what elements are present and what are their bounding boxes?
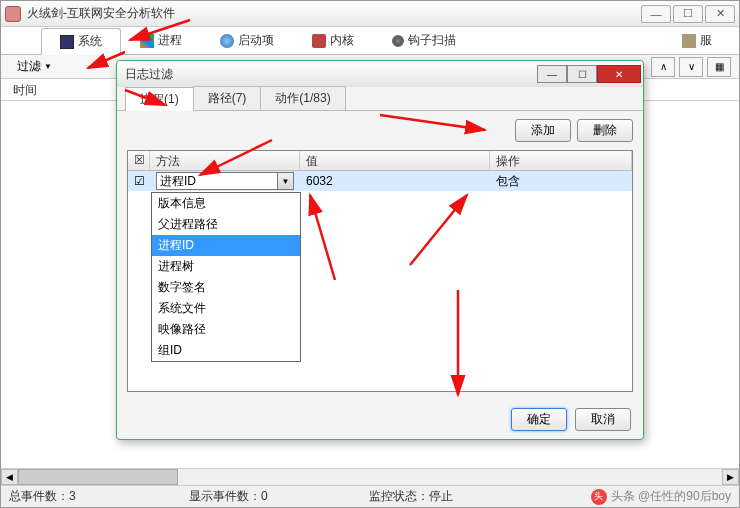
process-icon xyxy=(140,34,154,48)
dialog-footer: 确定 取消 xyxy=(117,400,643,439)
dropdown-option[interactable]: 父进程路径 xyxy=(152,214,300,235)
dialog-close-button[interactable]: ✕ xyxy=(597,65,641,83)
filter-dropdown[interactable]: 过滤 ▼ xyxy=(9,56,60,77)
scroll-right-arrow[interactable]: ▶ xyxy=(722,469,739,485)
dropdown-option[interactable]: 映像路径 xyxy=(152,319,300,340)
tab-startup-label: 启动项 xyxy=(238,32,274,49)
log-filter-dialog: 日志过滤 — ☐ ✕ 进程(1) 路径(7) 动作(1/83) 添加 删除 ☒ … xyxy=(116,60,644,440)
dropdown-option[interactable]: 系统文件 xyxy=(152,298,300,319)
tab-hooks-label: 钩子扫描 xyxy=(408,32,456,49)
tab-process[interactable]: 进程 xyxy=(121,27,201,54)
dialog-tabs: 进程(1) 路径(7) 动作(1/83) xyxy=(117,87,643,111)
kernel-icon xyxy=(312,34,326,48)
dialog-tab-process[interactable]: 进程(1) xyxy=(125,87,194,111)
dialog-titlebar[interactable]: 日志过滤 — ☐ ✕ xyxy=(117,61,643,87)
hook-icon xyxy=(392,35,404,47)
dialog-tab-path[interactable]: 路径(7) xyxy=(193,86,262,110)
filter-grid: ☒ 方法 值 操作 ☑ 进程ID ▼ 6032 包含 版本信息父进程路径进程ID… xyxy=(127,150,633,392)
dropdown-arrow-icon: ▼ xyxy=(44,62,52,71)
main-titlebar: 火绒剑-互联网安全分析软件 — ☐ ✕ xyxy=(1,1,739,27)
tab-kernel-label: 内核 xyxy=(330,32,354,49)
dialog-maximize-button[interactable]: ☐ xyxy=(567,65,597,83)
grid-header-checkbox[interactable]: ☒ xyxy=(128,151,150,170)
status-shown: 显示事件数：0 xyxy=(189,488,329,505)
tab-system[interactable]: 系统 xyxy=(41,28,121,55)
tab-kernel[interactable]: 内核 xyxy=(293,27,373,54)
tab-process-label: 进程 xyxy=(158,32,182,49)
cancel-button[interactable]: 取消 xyxy=(575,408,631,431)
view-grid-button[interactable]: ▦ xyxy=(707,57,731,77)
method-dropdown-list[interactable]: 版本信息父进程路径进程ID进程树数字签名系统文件映像路径组ID xyxy=(151,192,301,362)
watermark: 头 头条 @任性的90后boy xyxy=(591,488,731,505)
ok-button[interactable]: 确定 xyxy=(511,408,567,431)
grid-header-method[interactable]: 方法 xyxy=(150,151,300,170)
chevron-down-icon[interactable]: ▼ xyxy=(277,173,293,189)
value-cell[interactable]: 6032 xyxy=(300,174,490,188)
add-button[interactable]: 添加 xyxy=(515,119,571,142)
dialog-tab-action[interactable]: 动作(1/83) xyxy=(260,86,345,110)
maximize-button[interactable]: ☐ xyxy=(673,5,703,23)
system-icon xyxy=(60,35,74,49)
horizontal-scrollbar[interactable]: ◀ ▶ xyxy=(1,468,739,485)
service-icon xyxy=(682,34,696,48)
nav-down-button[interactable]: ∨ xyxy=(679,57,703,77)
row-checkbox[interactable]: ☑ xyxy=(128,174,150,188)
dropdown-option[interactable]: 版本信息 xyxy=(152,193,300,214)
method-value: 进程ID xyxy=(160,173,196,190)
app-icon xyxy=(5,6,21,22)
nav-up-button[interactable]: ∧ xyxy=(651,57,675,77)
startup-icon xyxy=(220,34,234,48)
scroll-thumb[interactable] xyxy=(18,469,178,485)
dialog-minimize-button[interactable]: — xyxy=(537,65,567,83)
filter-label: 过滤 xyxy=(17,58,41,75)
close-button[interactable]: ✕ xyxy=(705,5,735,23)
tab-system-label: 系统 xyxy=(78,33,102,50)
main-toolbar: 系统 进程 启动项 内核 钩子扫描 服 xyxy=(1,27,739,55)
watermark-text: 头条 @任性的90后boy xyxy=(611,488,731,505)
tab-startup[interactable]: 启动项 xyxy=(201,27,293,54)
dropdown-option[interactable]: 组ID xyxy=(152,340,300,361)
tab-hooks[interactable]: 钩子扫描 xyxy=(373,27,475,54)
status-total: 总事件数：3 xyxy=(9,488,149,505)
scroll-left-arrow[interactable]: ◀ xyxy=(1,469,18,485)
tab-service[interactable]: 服 xyxy=(663,27,731,54)
window-title: 火绒剑-互联网安全分析软件 xyxy=(27,5,641,22)
dialog-body: 添加 删除 ☒ 方法 值 操作 ☑ 进程ID ▼ 6032 包含 xyxy=(117,111,643,400)
minimize-button[interactable]: — xyxy=(641,5,671,23)
watermark-icon: 头 xyxy=(591,489,607,505)
dropdown-option[interactable]: 进程ID xyxy=(152,235,300,256)
method-combobox[interactable]: 进程ID ▼ xyxy=(156,172,294,190)
tab-service-label: 服 xyxy=(700,32,712,49)
dropdown-option[interactable]: 数字签名 xyxy=(152,277,300,298)
status-monitor: 监控状态：停止 xyxy=(369,488,509,505)
status-bar: 总事件数：3 显示事件数：0 监控状态：停止 头 头条 @任性的90后boy xyxy=(1,485,739,507)
op-cell[interactable]: 包含 xyxy=(490,173,632,190)
grid-header-op[interactable]: 操作 xyxy=(490,151,632,170)
grid-header: ☒ 方法 值 操作 xyxy=(128,151,632,171)
grid-header-value[interactable]: 值 xyxy=(300,151,490,170)
delete-button[interactable]: 删除 xyxy=(577,119,633,142)
dialog-title: 日志过滤 xyxy=(125,66,537,83)
grid-row[interactable]: ☑ 进程ID ▼ 6032 包含 xyxy=(128,171,632,191)
dropdown-option[interactable]: 进程树 xyxy=(152,256,300,277)
